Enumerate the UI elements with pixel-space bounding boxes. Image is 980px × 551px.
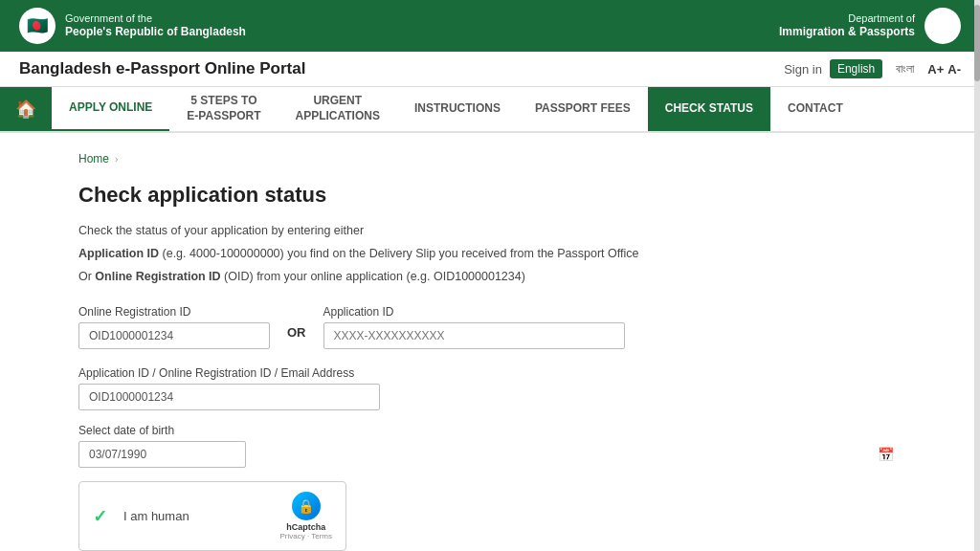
- oid-rest: (OID) from your online application (e.g.…: [224, 270, 525, 283]
- app-id-bold: Application ID: [78, 247, 159, 260]
- font-size-controls: A+ A-: [927, 62, 961, 77]
- dob-label: Select date of birth: [78, 424, 902, 437]
- gov-line1: Government of the: [65, 11, 246, 25]
- captcha-left: ✓ I am human: [93, 506, 189, 527]
- combined-input-group: Application ID / Online Registration ID …: [78, 366, 902, 410]
- nav-5-steps[interactable]: 5 STEPS TOe-PASSPORT: [169, 87, 278, 131]
- dept-line2: Immigration & Passports: [779, 25, 915, 40]
- dept-line1: Department of: [779, 11, 915, 25]
- header-controls: Sign in English বাংলা A+ A-: [784, 59, 961, 78]
- font-increase-button[interactable]: A+: [927, 62, 944, 77]
- captcha-brand: hCaptcha: [286, 522, 325, 532]
- hcaptcha-icon: 🔒: [292, 492, 321, 520]
- nav-apply-online[interactable]: APPLY ONLINE: [52, 87, 169, 131]
- app-id-label: Application ID: [323, 305, 625, 319]
- secondary-header: Bangladesh e-Passport Online Portal Sign…: [0, 52, 980, 87]
- oid-label: Online Registration ID: [78, 305, 270, 319]
- home-nav-button[interactable]: 🏠: [0, 87, 52, 131]
- nav-contact[interactable]: CONTACT: [770, 87, 860, 131]
- date-input-wrapper: 📅: [78, 441, 902, 468]
- scrollbar-thumb: [974, 5, 980, 81]
- gov-logo: 🇧🇩: [19, 8, 56, 44]
- description-line1: Check the status of your application by …: [78, 221, 902, 240]
- captcha-checkmark: ✓: [93, 506, 114, 527]
- nav-check-status[interactable]: CHECK STATUS: [648, 87, 770, 131]
- nav-passport-fees[interactable]: PASSPORT FEES: [518, 87, 648, 131]
- english-lang-button[interactable]: English: [830, 59, 882, 78]
- sign-in-link[interactable]: Sign in: [784, 62, 822, 77]
- check-status-form: Online Registration ID OR Application ID…: [78, 305, 902, 551]
- main-nav: 🏠 APPLY ONLINE 5 STEPS TOe-PASSPORT URGE…: [0, 87, 980, 133]
- dob-input[interactable]: [78, 441, 246, 468]
- combined-input[interactable]: [78, 384, 380, 410]
- top-header: 🇧🇩 Government of the People's Republic o…: [0, 0, 980, 52]
- captcha-text: I am human: [123, 509, 189, 523]
- or-text: Or: [78, 270, 95, 283]
- gov-line2: People's Republic of Bangladesh: [65, 25, 246, 40]
- app-id-input-group: Application ID: [323, 305, 625, 349]
- app-id-rest: (e.g. 4000-100000000) you find on the De…: [163, 247, 639, 260]
- dept-branding: Department of Immigration & Passports 🏛: [779, 8, 961, 44]
- nav-urgent-applications[interactable]: URGENTAPPLICATIONS: [278, 87, 396, 131]
- description-line2: Application ID (e.g. 4000-100000000) you…: [78, 244, 902, 263]
- oid-input-group: Online Registration ID: [78, 305, 270, 349]
- captcha-logo: 🔒 hCaptcha Privacy · Terms: [279, 492, 332, 540]
- gov-text: Government of the People's Republic of B…: [65, 11, 246, 40]
- calendar-icon: 📅: [878, 447, 894, 462]
- breadcrumb: Home ›: [78, 152, 902, 165]
- or-label: OR: [287, 321, 306, 343]
- captcha-privacy-terms: Privacy · Terms: [279, 532, 332, 540]
- captcha-box[interactable]: ✓ I am human 🔒 hCaptcha Privacy · Terms: [78, 481, 346, 551]
- combined-input-row: Application ID / Online Registration ID …: [78, 366, 902, 410]
- app-id-input[interactable]: [323, 322, 625, 349]
- bangla-lang-button[interactable]: বাংলা: [890, 59, 920, 78]
- portal-title: Bangladesh e-Passport Online Portal: [19, 59, 305, 78]
- dob-input-group: Select date of birth 📅: [78, 424, 902, 468]
- dob-input-row: Select date of birth 📅: [78, 424, 902, 468]
- scrollbar[interactable]: [974, 0, 980, 551]
- id-input-row: Online Registration ID OR Application ID: [78, 305, 902, 349]
- page-title: Check application status: [78, 183, 902, 208]
- oid-bold: Online Registration ID: [95, 270, 220, 283]
- description-line3: Or Online Registration ID (OID) from you…: [78, 267, 902, 286]
- main-content: Home › Check application status Check th…: [59, 133, 921, 551]
- gov-branding: 🇧🇩 Government of the People's Republic o…: [19, 8, 246, 44]
- oid-input[interactable]: [78, 322, 270, 349]
- breadcrumb-home[interactable]: Home: [78, 152, 109, 165]
- dept-logo-emoji: 🏛: [934, 16, 951, 36]
- gov-logo-emoji: 🇧🇩: [27, 15, 48, 36]
- breadcrumb-separator: ›: [115, 154, 118, 165]
- font-decrease-button[interactable]: A-: [947, 62, 961, 77]
- combined-label: Application ID / Online Registration ID …: [78, 366, 902, 380]
- home-icon: 🏠: [15, 99, 36, 120]
- dept-logo: 🏛: [924, 8, 961, 44]
- dept-text: Department of Immigration & Passports: [779, 11, 915, 40]
- nav-instructions[interactable]: INSTRUCTIONS: [397, 87, 518, 131]
